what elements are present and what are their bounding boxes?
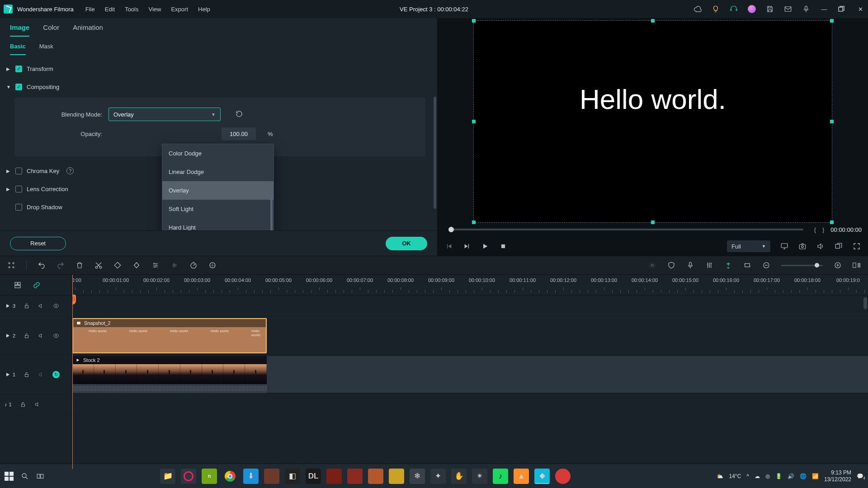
volume-icon[interactable] [816, 242, 825, 250]
app-nvidia[interactable]: n [202, 469, 217, 484]
scrubber-thumb-icon[interactable] [448, 227, 454, 232]
blend-option-soft-light[interactable]: Soft Light [162, 200, 274, 218]
timeline-vscrollbar[interactable] [863, 297, 867, 309]
start-button[interactable] [5, 472, 14, 481]
account-icon[interactable] [748, 5, 756, 13]
notifications-icon[interactable]: 💬4 [857, 473, 863, 479]
menu-tools[interactable]: Tools [125, 6, 138, 13]
tray-lang-icon[interactable]: 🌐 [800, 473, 807, 479]
handle-icon[interactable] [651, 221, 655, 224]
handle-icon[interactable] [830, 19, 834, 23]
menu-export[interactable]: Export [171, 6, 188, 13]
track-head-v3[interactable]: 3 [0, 296, 72, 316]
ok-button[interactable]: OK [386, 237, 427, 250]
record-icon[interactable] [802, 5, 810, 13]
visibility-icon[interactable] [52, 303, 60, 309]
clip-snapshot-2[interactable]: Snapshot_2 Hello world. Hello world. Hel… [72, 318, 267, 353]
zoom-in-icon[interactable] [834, 261, 842, 269]
crop-icon[interactable] [743, 261, 751, 269]
task-view-icon[interactable] [36, 472, 44, 480]
panel-scrollbar[interactable] [434, 97, 436, 209]
lock-icon[interactable] [24, 371, 30, 378]
app-generic-12[interactable]: ✴ [472, 469, 487, 484]
track-head-v2[interactable]: 2 [0, 316, 72, 355]
section-transform[interactable]: ▶ ✓ Transform [6, 60, 431, 78]
adjust-icon[interactable] [151, 261, 160, 269]
preview-canvas[interactable]: Hello world. [474, 21, 832, 222]
undo-icon[interactable] [38, 261, 46, 269]
app-generic-2[interactable] [264, 469, 279, 484]
detach-preview-icon[interactable] [835, 242, 843, 250]
menu-view[interactable]: View [148, 6, 161, 13]
mark-in-icon[interactable]: { [814, 226, 816, 233]
next-frame-icon[interactable] [463, 242, 471, 250]
window-close-icon[interactable]: ✕ [856, 6, 864, 13]
menu-edit[interactable]: Edit [105, 6, 115, 13]
handle-icon[interactable] [472, 19, 476, 23]
reset-button[interactable]: Reset [10, 237, 66, 250]
blend-option-linear-dodge[interactable]: Linear Dodge [162, 163, 274, 181]
subtab-mask[interactable]: Mask [39, 43, 53, 55]
app-generic-3[interactable]: ◧ [285, 469, 300, 484]
layout-icon[interactable] [7, 261, 15, 269]
compositing-checkbox[interactable]: ✓ [15, 84, 22, 90]
menu-help[interactable]: Help [198, 6, 210, 13]
lens-checkbox[interactable] [15, 186, 22, 192]
subtab-basic[interactable]: Basic [10, 43, 26, 55]
blend-mode-select[interactable]: Overlay ▼ [108, 108, 221, 121]
track-lane-v3[interactable] [72, 296, 868, 316]
tray-razer-icon[interactable]: ◎ [765, 473, 770, 479]
app-generic-11[interactable]: ✋ [451, 469, 467, 484]
mail-icon[interactable] [784, 5, 792, 13]
save-icon[interactable] [766, 5, 774, 13]
section-compositing[interactable]: ▼ ✓ Compositing [6, 78, 431, 96]
blend-reset-icon[interactable] [235, 110, 244, 119]
color-match-icon[interactable] [208, 261, 217, 269]
transform-checkbox[interactable]: ✓ [15, 66, 22, 72]
fullscreen-icon[interactable] [853, 242, 861, 250]
play-icon[interactable] [481, 242, 489, 250]
prev-frame-icon[interactable] [445, 242, 453, 250]
mute-icon[interactable] [38, 333, 44, 339]
tips-icon[interactable] [712, 5, 720, 13]
tray-battery-icon[interactable]: 🔋 [775, 473, 782, 479]
audio-waveform[interactable] [72, 384, 267, 393]
app-vlc[interactable]: ▲ [514, 469, 529, 484]
app-opera[interactable] [181, 469, 196, 484]
zoom-fit-icon[interactable] [853, 261, 861, 269]
track-head-a1[interactable]: ♪1 [0, 394, 72, 415]
app-generic-7[interactable] [368, 469, 383, 484]
tab-animation[interactable]: Animation [73, 23, 103, 37]
track-lane-v2[interactable]: Snapshot_2 Hello world. Hello world. Hel… [72, 316, 868, 355]
window-minimize-icon[interactable]: — [820, 6, 828, 13]
app-spotify[interactable]: ♪ [493, 469, 508, 484]
tag-icon[interactable] [113, 261, 122, 269]
app-generic-4[interactable]: DL [306, 469, 321, 484]
zoom-out-icon[interactable] [762, 261, 770, 269]
audio-sync-icon[interactable] [170, 261, 179, 269]
app-generic-5[interactable] [326, 469, 342, 484]
blend-option-hard-light[interactable]: Hard Light [162, 218, 274, 230]
app-generic-13[interactable] [555, 469, 571, 484]
cloud-icon[interactable] [693, 5, 702, 13]
app-generic-9[interactable]: ❄ [410, 469, 425, 484]
handle-icon[interactable] [830, 120, 834, 123]
search-icon[interactable] [21, 472, 29, 480]
tab-image[interactable]: Image [10, 23, 29, 37]
tray-volume-icon[interactable]: 🔊 [788, 473, 794, 479]
marker-icon[interactable] [724, 261, 732, 269]
app-chrome[interactable] [222, 469, 238, 484]
track-options-icon[interactable] [14, 281, 22, 289]
sync-icon[interactable]: ↻ [52, 371, 60, 378]
snapshot-icon[interactable] [798, 242, 807, 250]
app-generic-6[interactable] [347, 469, 363, 484]
window-maximize-icon[interactable] [838, 6, 846, 12]
track-head-v1[interactable]: 1 ↻ [0, 355, 72, 394]
mark-out-icon[interactable]: } [822, 226, 824, 233]
display-icon[interactable] [780, 242, 788, 250]
weather-temp[interactable]: 14°C [729, 473, 741, 479]
mute-icon[interactable] [38, 303, 44, 309]
stop-icon[interactable] [499, 242, 507, 250]
audio-mixer-icon[interactable] [705, 261, 713, 269]
mute-icon[interactable] [38, 371, 44, 378]
